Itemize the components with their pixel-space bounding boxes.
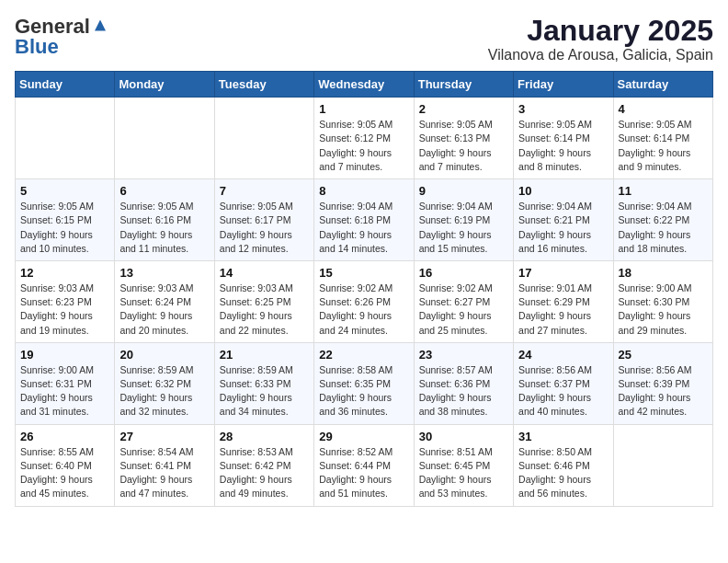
calendar-cell: 6Sunrise: 9:05 AM Sunset: 6:16 PM Daylig…	[115, 179, 214, 261]
day-number: 19	[20, 348, 109, 362]
calendar-cell: 15Sunrise: 9:02 AM Sunset: 6:26 PM Dayli…	[314, 260, 414, 342]
day-number: 14	[220, 266, 309, 280]
svg-marker-0	[95, 20, 106, 31]
calendar-cell: 21Sunrise: 8:59 AM Sunset: 6:33 PM Dayli…	[214, 342, 313, 424]
day-info: Sunrise: 9:02 AM Sunset: 6:27 PM Dayligh…	[419, 282, 508, 338]
calendar-cell: 22Sunrise: 8:58 AM Sunset: 6:35 PM Dayli…	[314, 342, 414, 424]
day-info: Sunrise: 9:05 AM Sunset: 6:12 PM Dayligh…	[319, 118, 408, 174]
day-info: Sunrise: 9:03 AM Sunset: 6:23 PM Dayligh…	[20, 282, 109, 338]
day-info: Sunrise: 9:04 AM Sunset: 6:21 PM Dayligh…	[518, 200, 608, 256]
day-number: 18	[619, 266, 708, 280]
day-info: Sunrise: 9:05 AM Sunset: 6:13 PM Dayligh…	[419, 118, 508, 174]
day-number: 16	[419, 266, 508, 280]
calendar-cell: 26Sunrise: 8:55 AM Sunset: 6:40 PM Dayli…	[16, 424, 115, 506]
day-number: 17	[518, 266, 608, 280]
day-number: 8	[319, 184, 408, 198]
calendar-table: SundayMondayTuesdayWednesdayThursdayFrid…	[15, 71, 713, 506]
day-info: Sunrise: 9:05 AM Sunset: 6:14 PM Dayligh…	[518, 118, 608, 174]
calendar-cell: 9Sunrise: 9:04 AM Sunset: 6:19 PM Daylig…	[414, 179, 513, 261]
weekday-header-wednesday: Wednesday	[314, 72, 414, 98]
day-info: Sunrise: 8:59 AM Sunset: 6:32 PM Dayligh…	[119, 363, 209, 419]
day-info: Sunrise: 8:50 AM Sunset: 6:46 PM Dayligh…	[518, 445, 608, 501]
day-info: Sunrise: 9:05 AM Sunset: 6:14 PM Dayligh…	[619, 118, 708, 174]
day-info: Sunrise: 8:58 AM Sunset: 6:35 PM Dayligh…	[319, 363, 408, 419]
calendar-cell	[613, 424, 712, 506]
day-number: 20	[119, 348, 209, 362]
day-info: Sunrise: 9:03 AM Sunset: 6:25 PM Dayligh…	[220, 282, 309, 338]
day-number: 26	[20, 430, 109, 443]
day-info: Sunrise: 8:56 AM Sunset: 6:39 PM Dayligh…	[619, 363, 708, 419]
weekday-header-tuesday: Tuesday	[214, 72, 313, 98]
logo-icon	[92, 18, 108, 35]
calendar-cell: 3Sunrise: 9:05 AM Sunset: 6:14 PM Daylig…	[514, 98, 613, 179]
day-number: 21	[220, 348, 309, 362]
day-info: Sunrise: 8:55 AM Sunset: 6:40 PM Dayligh…	[20, 445, 109, 501]
calendar-cell: 2Sunrise: 9:05 AM Sunset: 6:13 PM Daylig…	[414, 98, 513, 179]
calendar-week-row: 26Sunrise: 8:55 AM Sunset: 6:40 PM Dayli…	[16, 424, 713, 506]
day-info: Sunrise: 9:05 AM Sunset: 6:15 PM Dayligh…	[20, 200, 109, 256]
day-info: Sunrise: 9:03 AM Sunset: 6:24 PM Dayligh…	[119, 282, 209, 338]
calendar-cell: 12Sunrise: 9:03 AM Sunset: 6:23 PM Dayli…	[16, 260, 115, 342]
day-number: 13	[119, 266, 209, 280]
day-number: 22	[319, 348, 408, 362]
calendar-cell: 20Sunrise: 8:59 AM Sunset: 6:32 PM Dayli…	[115, 342, 214, 424]
calendar-cell	[214, 98, 313, 179]
calendar-cell: 5Sunrise: 9:05 AM Sunset: 6:15 PM Daylig…	[16, 179, 115, 261]
calendar-header-row: SundayMondayTuesdayWednesdayThursdayFrid…	[16, 72, 713, 98]
logo-blue-text: Blue	[15, 35, 59, 59]
calendar-cell: 11Sunrise: 9:04 AM Sunset: 6:22 PM Dayli…	[613, 179, 712, 261]
weekday-header-monday: Monday	[115, 72, 214, 98]
calendar-cell: 13Sunrise: 9:03 AM Sunset: 6:24 PM Dayli…	[115, 260, 214, 342]
day-number: 25	[619, 348, 708, 362]
day-info: Sunrise: 9:02 AM Sunset: 6:26 PM Dayligh…	[319, 282, 408, 338]
day-info: Sunrise: 8:54 AM Sunset: 6:41 PM Dayligh…	[119, 445, 209, 501]
calendar-cell: 4Sunrise: 9:05 AM Sunset: 6:14 PM Daylig…	[613, 98, 712, 179]
day-number: 4	[619, 102, 708, 116]
day-info: Sunrise: 8:57 AM Sunset: 6:36 PM Dayligh…	[419, 363, 508, 419]
calendar-week-row: 12Sunrise: 9:03 AM Sunset: 6:23 PM Dayli…	[16, 260, 713, 342]
calendar-cell: 23Sunrise: 8:57 AM Sunset: 6:36 PM Dayli…	[414, 342, 513, 424]
calendar-cell: 18Sunrise: 9:00 AM Sunset: 6:30 PM Dayli…	[613, 260, 712, 342]
day-info: Sunrise: 9:04 AM Sunset: 6:18 PM Dayligh…	[319, 200, 408, 256]
calendar-cell	[115, 98, 214, 179]
page-header: General Blue January 2025 Vilanova de Ar…	[15, 15, 713, 63]
calendar-cell: 28Sunrise: 8:53 AM Sunset: 6:42 PM Dayli…	[214, 424, 313, 506]
day-number: 7	[220, 184, 309, 198]
calendar-cell: 14Sunrise: 9:03 AM Sunset: 6:25 PM Dayli…	[214, 260, 313, 342]
title-block: January 2025 Vilanova de Arousa, Galicia…	[488, 15, 713, 63]
calendar-cell: 16Sunrise: 9:02 AM Sunset: 6:27 PM Dayli…	[414, 260, 513, 342]
month-year-title: January 2025	[488, 15, 713, 47]
calendar-cell: 10Sunrise: 9:04 AM Sunset: 6:21 PM Dayli…	[514, 179, 613, 261]
calendar-week-row: 19Sunrise: 9:00 AM Sunset: 6:31 PM Dayli…	[16, 342, 713, 424]
calendar-week-row: 5Sunrise: 9:05 AM Sunset: 6:15 PM Daylig…	[16, 179, 713, 261]
calendar-cell: 25Sunrise: 8:56 AM Sunset: 6:39 PM Dayli…	[613, 342, 712, 424]
weekday-header-friday: Friday	[514, 72, 613, 98]
day-number: 23	[419, 348, 508, 362]
calendar-cell: 1Sunrise: 9:05 AM Sunset: 6:12 PM Daylig…	[314, 98, 414, 179]
day-info: Sunrise: 8:52 AM Sunset: 6:44 PM Dayligh…	[319, 445, 408, 501]
day-number: 12	[20, 266, 109, 280]
calendar-cell: 24Sunrise: 8:56 AM Sunset: 6:37 PM Dayli…	[514, 342, 613, 424]
calendar-cell: 30Sunrise: 8:51 AM Sunset: 6:45 PM Dayli…	[414, 424, 513, 506]
calendar-cell: 27Sunrise: 8:54 AM Sunset: 6:41 PM Dayli…	[115, 424, 214, 506]
calendar-cell: 31Sunrise: 8:50 AM Sunset: 6:46 PM Dayli…	[514, 424, 613, 506]
day-info: Sunrise: 9:04 AM Sunset: 6:19 PM Dayligh…	[419, 200, 508, 256]
weekday-header-thursday: Thursday	[414, 72, 513, 98]
day-number: 15	[319, 266, 408, 280]
calendar-cell: 7Sunrise: 9:05 AM Sunset: 6:17 PM Daylig…	[214, 179, 313, 261]
calendar-cell: 17Sunrise: 9:01 AM Sunset: 6:29 PM Dayli…	[514, 260, 613, 342]
calendar-cell	[16, 98, 115, 179]
day-info: Sunrise: 8:59 AM Sunset: 6:33 PM Dayligh…	[220, 363, 309, 419]
day-info: Sunrise: 9:01 AM Sunset: 6:29 PM Dayligh…	[518, 282, 608, 338]
weekday-header-sunday: Sunday	[16, 72, 115, 98]
day-number: 27	[119, 430, 209, 443]
day-info: Sunrise: 8:56 AM Sunset: 6:37 PM Dayligh…	[518, 363, 608, 419]
day-number: 10	[518, 184, 608, 198]
day-number: 6	[119, 184, 209, 198]
day-info: Sunrise: 9:00 AM Sunset: 6:30 PM Dayligh…	[619, 282, 708, 338]
day-info: Sunrise: 9:05 AM Sunset: 6:16 PM Dayligh…	[119, 200, 209, 256]
location-subtitle: Vilanova de Arousa, Galicia, Spain	[488, 47, 713, 63]
day-number: 3	[518, 102, 608, 116]
day-number: 9	[419, 184, 508, 198]
calendar-cell: 8Sunrise: 9:04 AM Sunset: 6:18 PM Daylig…	[314, 179, 414, 261]
